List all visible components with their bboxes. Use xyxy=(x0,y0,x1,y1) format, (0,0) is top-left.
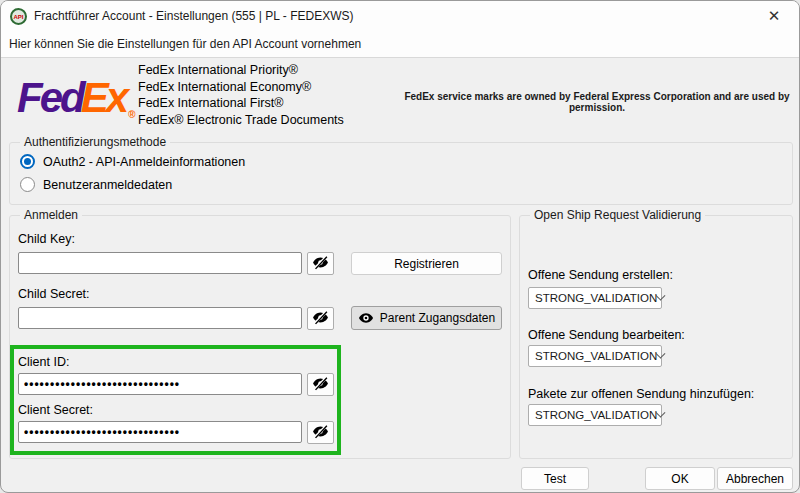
login-groupbox: Anmelden Child Key: Registrieren Child S… xyxy=(9,215,511,459)
fedex-service-item: FedEx International Economy® xyxy=(138,79,344,96)
radio-user-credentials-label: Benutzeranmeldedaten xyxy=(43,178,172,192)
auth-group-label: Authentifizierungsmethode xyxy=(20,135,170,149)
radio-oauth2-label: OAuth2 - API-Anmeldeinformationen xyxy=(43,155,245,169)
parent-credentials-button-label: Parent Zugangsdaten xyxy=(380,311,495,325)
client-id-eye-toggle-button[interactable] xyxy=(307,373,334,396)
close-icon[interactable]: ✕ xyxy=(757,4,791,28)
cancel-button[interactable]: Abbrechen xyxy=(717,467,793,490)
dialog-subtitle: Hier können Sie die Einstellungen für de… xyxy=(9,31,361,57)
fedex-logo-registered-mark: ® xyxy=(128,110,135,120)
carrier-account-settings-dialog: API Frachtführer Account - Einstellungen… xyxy=(0,0,800,493)
login-group-label: Anmelden xyxy=(20,208,82,222)
child-key-input[interactable] xyxy=(18,252,302,274)
fedex-logo-ex: Ex xyxy=(81,74,126,121)
eye-slash-icon xyxy=(312,309,329,329)
child-secret-eye-toggle-button[interactable] xyxy=(307,307,334,330)
client-secret-label: Client Secret: xyxy=(18,403,93,417)
fedex-service-item: FedEx International Priority® xyxy=(138,62,344,79)
openship-edit-dropdown[interactable]: STRONG_VALIDATION xyxy=(528,345,662,367)
child-key-eye-toggle-button[interactable] xyxy=(307,252,334,275)
openship-create-label: Offene Sendung erstellen: xyxy=(528,268,673,282)
chevron-down-icon xyxy=(656,407,666,417)
radio-unselected-icon[interactable] xyxy=(20,177,35,192)
api-globe-icon: API xyxy=(10,8,27,25)
chevron-down-icon xyxy=(656,348,666,358)
radio-oauth2[interactable]: OAuth2 - API-Anmeldeinformationen xyxy=(20,154,245,169)
client-id-label: Client ID: xyxy=(18,355,69,369)
fedex-service-list: FedEx International Priority® FedEx Inte… xyxy=(138,62,344,128)
ok-button[interactable]: OK xyxy=(645,467,715,490)
client-id-input[interactable] xyxy=(18,373,302,395)
child-key-label: Child Key: xyxy=(18,232,75,246)
parent-credentials-button[interactable]: Parent Zugangsdaten xyxy=(351,306,502,330)
eye-icon xyxy=(358,310,374,326)
fedex-trademark-notice: FedEx service marks are owned by Federal… xyxy=(399,91,795,113)
child-secret-label: Child Secret: xyxy=(18,287,90,301)
chevron-down-icon xyxy=(656,290,666,300)
title-bar: API Frachtführer Account - Einstellungen… xyxy=(1,1,799,31)
radio-selected-icon[interactable] xyxy=(20,154,35,169)
openship-add-packages-label: Pakete zur offenen Sendung hinzufügen: xyxy=(528,387,754,401)
client-secret-input[interactable] xyxy=(18,421,302,443)
client-secret-eye-toggle-button[interactable] xyxy=(307,421,334,444)
openship-edit-label: Offene Sendung bearbeiten: xyxy=(528,328,685,342)
fedex-logo: FedEx® xyxy=(17,77,135,119)
fedex-service-item: FedEx International First® xyxy=(138,95,344,112)
fedex-logo-fed: Fed xyxy=(17,74,83,121)
auth-method-groupbox: Authentifizierungsmethode OAuth2 - API-A… xyxy=(9,142,793,205)
window-title: Frachtführer Account - Einstellungen (55… xyxy=(34,1,353,31)
openship-edit-dropdown-value: STRONG_VALIDATION xyxy=(535,350,657,362)
openship-group-label: Open Ship Request Validierung xyxy=(530,208,705,222)
eye-slash-icon xyxy=(312,423,329,443)
fedex-service-item: FedEx® Electronic Trade Documents xyxy=(138,112,344,129)
subtitle-strip: Hier können Sie die Einstellungen für de… xyxy=(1,31,799,58)
openship-create-dropdown[interactable]: STRONG_VALIDATION xyxy=(528,287,662,309)
eye-slash-icon xyxy=(312,375,329,395)
openship-add-packages-dropdown[interactable]: STRONG_VALIDATION xyxy=(528,404,662,426)
openship-add-packages-dropdown-value: STRONG_VALIDATION xyxy=(535,409,657,421)
radio-user-credentials[interactable]: Benutzeranmeldedaten xyxy=(20,177,172,192)
eye-slash-icon xyxy=(312,254,329,274)
openship-groupbox: Open Ship Request Validierung Offene Sen… xyxy=(519,215,793,459)
openship-create-dropdown-value: STRONG_VALIDATION xyxy=(535,292,657,304)
child-secret-input[interactable] xyxy=(18,307,302,329)
test-button[interactable]: Test xyxy=(521,467,589,490)
register-button[interactable]: Registrieren xyxy=(351,252,502,275)
